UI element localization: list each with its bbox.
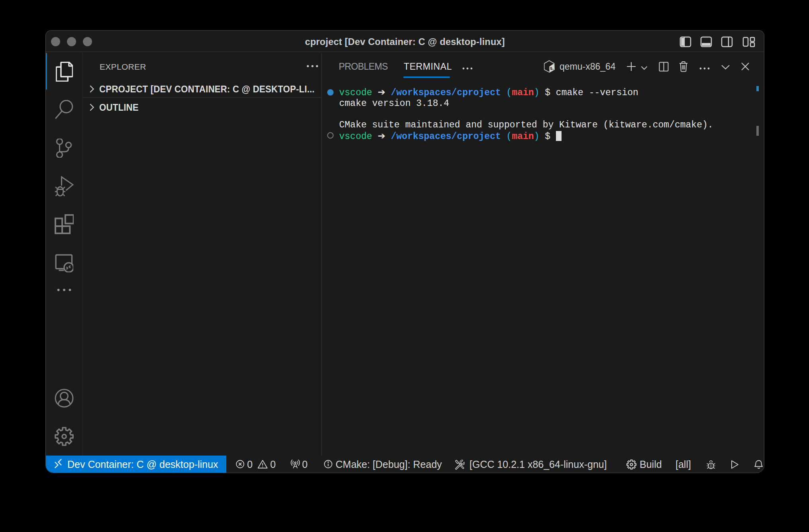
svg-text:$,: $, xyxy=(550,66,554,71)
